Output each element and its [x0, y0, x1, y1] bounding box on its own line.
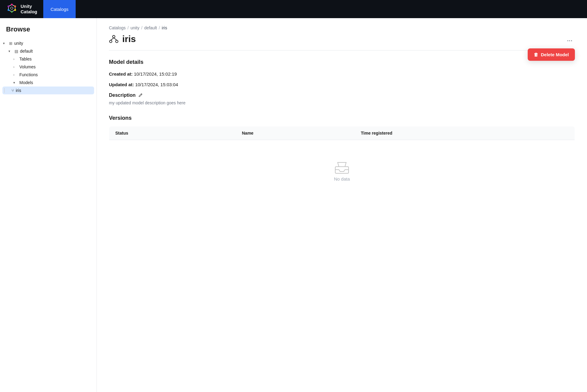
svg-line-13 — [141, 94, 142, 95]
logo-text: UnityCatalog — [21, 4, 37, 15]
description-label: Description — [109, 93, 136, 98]
no-data-row: No data — [109, 140, 575, 200]
delete-model-label: Delete Model — [541, 52, 569, 57]
svg-point-4 — [11, 11, 13, 13]
chevron-icon: › — [13, 73, 18, 77]
breadcrumb-sep-2: / — [141, 25, 143, 30]
created-at-row: Created at: 10/17/2024, 15:02:19 — [109, 71, 575, 77]
chevron-icon: › — [13, 65, 18, 69]
sidebar-item-default[interactable]: ▾ ▤ default — [0, 47, 97, 55]
svg-point-2 — [14, 5, 16, 7]
unity-icon: ⊞ — [9, 41, 12, 46]
sidebar-item-unity[interactable]: ▾ ⊞ unity — [0, 39, 97, 47]
delete-model-dropdown: 🗑 Delete Model — [528, 48, 575, 61]
breadcrumb: Catalogs / unity / default / iris — [109, 25, 575, 30]
sidebar-title: Browse — [0, 25, 97, 39]
svg-point-5 — [8, 9, 9, 11]
default-icon: ▤ — [15, 49, 18, 54]
description-container: Description my updated model description… — [109, 93, 575, 105]
breadcrumb-sep-1: / — [127, 25, 129, 30]
versions-table: Status Name Time registered — [109, 126, 575, 200]
sidebar: Browse ▾ ⊞ unity ▾ ▤ default › Tables › … — [0, 18, 97, 392]
main-layout: Browse ▾ ⊞ unity ▾ ▤ default › Tables › … — [0, 18, 587, 392]
logo-icon — [6, 3, 18, 15]
model-tree-icon: ⑂ — [11, 88, 14, 93]
svg-point-1 — [11, 4, 13, 5]
no-data-container: No data — [109, 140, 575, 200]
model-details-heading: Model details — [109, 59, 575, 65]
svg-point-9 — [110, 40, 112, 43]
versions-heading: Versions — [109, 115, 575, 121]
col-status: Status — [109, 126, 236, 140]
sidebar-item-label: unity — [14, 41, 23, 46]
updated-at-row: Updated at: 10/17/2024, 15:03:04 — [109, 82, 575, 87]
description-text: my updated model description goes here — [109, 100, 575, 105]
sidebar-item-label: Tables — [19, 57, 31, 61]
sidebar-item-label: Functions — [19, 72, 38, 77]
page-header: iris ... — [109, 34, 575, 44]
divider — [109, 50, 575, 51]
svg-point-3 — [14, 9, 16, 11]
created-at-timestamp: 10/17/2024, 15:02:19 — [134, 71, 177, 77]
table-header-row: Status Name Time registered — [109, 126, 575, 140]
logo: UnityCatalog — [6, 3, 37, 15]
catalogs-nav-button[interactable]: Catalogs — [43, 0, 76, 18]
sidebar-item-label: Volumes — [19, 64, 36, 69]
created-at-label: Created at: — [109, 71, 133, 77]
updated-at-label: Updated at: — [109, 82, 134, 87]
breadcrumb-sep-3: / — [159, 25, 160, 30]
chevron-icon: ▾ — [13, 81, 18, 85]
col-name: Name — [236, 126, 355, 140]
breadcrumb-catalogs[interactable]: Catalogs — [109, 25, 126, 30]
more-options-button[interactable]: ... — [565, 34, 575, 44]
top-navigation: UnityCatalog Catalogs — [0, 0, 587, 18]
svg-point-7 — [11, 7, 13, 9]
trash-icon: 🗑 — [534, 52, 538, 57]
svg-point-6 — [8, 5, 9, 7]
chevron-icon: ▾ — [3, 41, 7, 45]
breadcrumb-default[interactable]: default — [144, 25, 157, 30]
description-header: Description — [109, 93, 575, 98]
versions-section: Versions Status Name Time registered — [109, 115, 575, 200]
model-icon — [109, 34, 119, 44]
sidebar-item-models[interactable]: ▾ Models — [0, 79, 97, 87]
sidebar-item-tables[interactable]: › Tables — [0, 55, 97, 63]
svg-point-10 — [116, 40, 118, 43]
svg-line-12 — [114, 38, 117, 40]
sidebar-item-iris[interactable]: ⑂ iris — [2, 87, 94, 94]
chevron-icon: › — [13, 57, 18, 61]
edit-icon[interactable] — [138, 93, 143, 98]
breadcrumb-iris: iris — [162, 25, 167, 30]
page-title: iris — [109, 34, 136, 44]
updated-at-timestamp: 10/17/2024, 15:03:04 — [135, 82, 178, 87]
col-time-registered: Time registered — [355, 126, 575, 140]
sidebar-item-functions[interactable]: › Functions — [0, 71, 97, 79]
no-data-icon — [333, 158, 351, 176]
model-details-section: Model details Created at: 10/17/2024, 15… — [109, 59, 575, 105]
breadcrumb-unity[interactable]: unity — [130, 25, 139, 30]
delete-model-button[interactable]: 🗑 Delete Model — [528, 48, 575, 61]
svg-line-11 — [111, 38, 114, 40]
chevron-icon: ▾ — [8, 49, 13, 53]
sidebar-item-label: Models — [19, 80, 33, 85]
sidebar-item-label: iris — [16, 88, 21, 93]
iris-title: iris — [122, 34, 136, 44]
main-content: Catalogs / unity / default / iris iris — [97, 18, 587, 392]
sidebar-item-volumes[interactable]: › Volumes — [0, 63, 97, 71]
svg-marker-0 — [8, 5, 15, 12]
svg-point-8 — [113, 35, 115, 38]
sidebar-item-label: default — [20, 49, 33, 54]
no-data-text: No data — [334, 176, 350, 181]
